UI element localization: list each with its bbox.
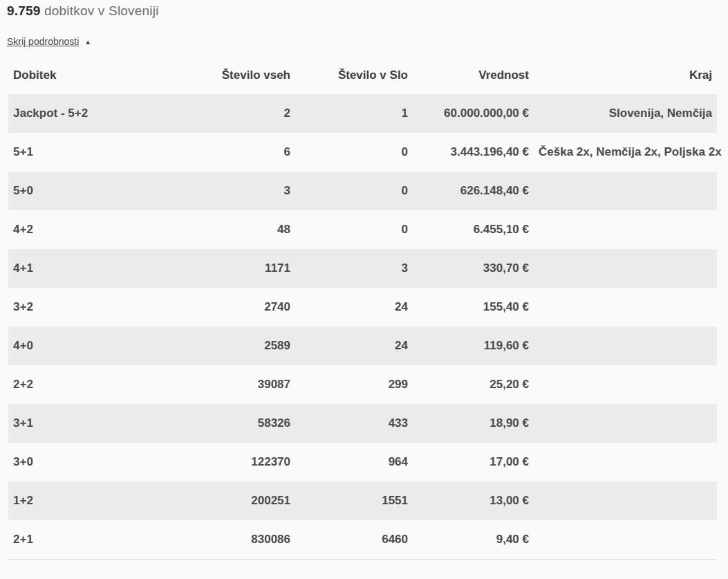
cell-stevilo-vseh: 200251 — [178, 481, 295, 520]
table-body: Jackpot - 5+2 2 1 60.000.000,00 € Sloven… — [8, 94, 717, 559]
cell-stevilo-vseh: 6 — [178, 133, 295, 172]
prize-breakdown-table: Dobitek Število vseh Število v Slo Vredn… — [8, 57, 717, 560]
winners-count-suffix: dobitkov v Sloveniji — [41, 3, 159, 18]
cell-kraj — [534, 210, 717, 249]
column-header-kraj: Kraj — [534, 57, 717, 94]
cell-kraj — [534, 249, 717, 288]
cell-stevilo-v-slo: 24 — [295, 327, 413, 365]
table-row: Jackpot - 5+2 2 1 60.000.000,00 € Sloven… — [8, 94, 717, 133]
cell-dobitek: 5+1 — [8, 133, 178, 172]
cell-kraj — [534, 481, 717, 520]
cell-kraj — [534, 172, 717, 210]
hide-details-label: Skrij podrobnosti — [7, 36, 79, 47]
winners-count: 9.759 — [7, 3, 41, 18]
column-header-vrednost: Vrednost — [413, 57, 534, 94]
cell-dobitek: 2+1 — [8, 520, 178, 559]
cell-dobitek: 1+2 — [8, 481, 178, 520]
column-header-stevilo-v-slo: Število v Slo — [295, 57, 413, 94]
cell-kraj — [534, 520, 717, 559]
cell-stevilo-v-slo: 3 — [295, 249, 413, 288]
table-row: 4+2 48 0 6.455,10 € — [8, 210, 717, 249]
cell-stevilo-vseh: 39087 — [178, 365, 295, 404]
cell-stevilo-v-slo: 0 — [295, 133, 413, 172]
cell-stevilo-v-slo: 24 — [295, 288, 413, 327]
cell-stevilo-v-slo: 0 — [295, 172, 413, 210]
table-row: 2+1 830086 6460 9,40 € — [8, 520, 717, 559]
cell-stevilo-vseh: 48 — [178, 210, 295, 249]
table-row: 3+1 58326 433 18,90 € — [8, 404, 717, 443]
hide-details-link[interactable]: Skrij podrobnosti▲ — [7, 36, 91, 47]
table-row: 1+2 200251 1551 13,00 € — [8, 481, 717, 520]
cell-vrednost: 626.148,40 € — [413, 172, 534, 210]
cell-stevilo-vseh: 58326 — [178, 404, 295, 443]
cell-vrednost: 330,70 € — [413, 249, 534, 288]
cell-dobitek: 5+0 — [8, 172, 178, 210]
cell-dobitek: Jackpot - 5+2 — [8, 94, 178, 133]
table-row: 4+0 2589 24 119,60 € — [8, 327, 717, 365]
cell-dobitek: 3+2 — [8, 288, 178, 327]
cell-stevilo-vseh: 3 — [178, 172, 295, 210]
cell-vrednost: 6.455,10 € — [413, 210, 534, 249]
cell-vrednost: 60.000.000,00 € — [413, 94, 534, 133]
cell-vrednost: 119,60 € — [413, 327, 534, 365]
cell-vrednost: 25,20 € — [413, 365, 534, 404]
cell-stevilo-v-slo: 1551 — [295, 481, 413, 520]
cell-kraj — [534, 327, 717, 365]
chevron-up-icon: ▲ — [84, 38, 91, 46]
cell-kraj — [534, 443, 717, 481]
table-row: 4+1 1171 3 330,70 € — [8, 249, 717, 288]
table-row: 5+0 3 0 626.148,40 € — [8, 172, 717, 210]
winnings-panel: 9.759 dobitkov v Sloveniji Skrij podrobn… — [0, 0, 728, 579]
cell-dobitek: 3+1 — [8, 404, 178, 443]
cell-vrednost: 9,40 € — [413, 520, 534, 559]
cell-kraj — [534, 365, 717, 404]
cell-kraj — [534, 288, 717, 327]
table-row: 3+2 2740 24 155,40 € — [8, 288, 717, 327]
cell-stevilo-v-slo: 6460 — [295, 520, 413, 559]
cell-stevilo-v-slo: 299 — [295, 365, 413, 404]
cell-vrednost: 155,40 € — [413, 288, 534, 327]
cell-dobitek: 4+0 — [8, 327, 178, 365]
cell-dobitek: 4+1 — [8, 249, 178, 288]
table-row: 2+2 39087 299 25,20 € — [8, 365, 717, 404]
cell-kraj — [534, 404, 717, 443]
table-row: 5+1 6 0 3.443.196,40 € Češka 2x, Nemčija… — [8, 133, 717, 172]
cell-kraj: Slovenija, Nemčija — [534, 94, 717, 133]
column-header-dobitek: Dobitek — [8, 57, 178, 94]
cell-dobitek: 4+2 — [8, 210, 178, 249]
cell-stevilo-vseh: 2740 — [178, 288, 295, 327]
cell-stevilo-vseh: 122370 — [178, 443, 295, 481]
cell-stevilo-vseh: 2589 — [178, 327, 295, 365]
cell-vrednost: 17,00 € — [413, 443, 534, 481]
table-row: 3+0 122370 964 17,00 € — [8, 443, 717, 481]
column-header-stevilo-vseh: Število vseh — [178, 57, 295, 94]
cell-dobitek: 2+2 — [8, 365, 178, 404]
details-toggle-row: Skrij podrobnosti▲ — [0, 19, 728, 47]
cell-kraj: Češka 2x, Nemčija 2x, Poljska 2x — [534, 133, 717, 172]
cell-stevilo-v-slo: 0 — [295, 210, 413, 249]
cell-vrednost: 13,00 € — [413, 481, 534, 520]
cell-vrednost: 18,90 € — [413, 404, 534, 443]
cell-stevilo-vseh: 2 — [178, 94, 295, 133]
table-header: Dobitek Število vseh Število v Slo Vredn… — [8, 57, 717, 94]
page-title: 9.759 dobitkov v Sloveniji — [0, 0, 728, 19]
cell-dobitek: 3+0 — [8, 443, 178, 481]
cell-stevilo-v-slo: 433 — [295, 404, 413, 443]
cell-stevilo-vseh: 1171 — [178, 249, 295, 288]
cell-vrednost: 3.443.196,40 € — [413, 133, 534, 172]
cell-stevilo-v-slo: 1 — [295, 94, 413, 133]
cell-stevilo-v-slo: 964 — [295, 443, 413, 481]
cell-stevilo-vseh: 830086 — [178, 520, 295, 559]
